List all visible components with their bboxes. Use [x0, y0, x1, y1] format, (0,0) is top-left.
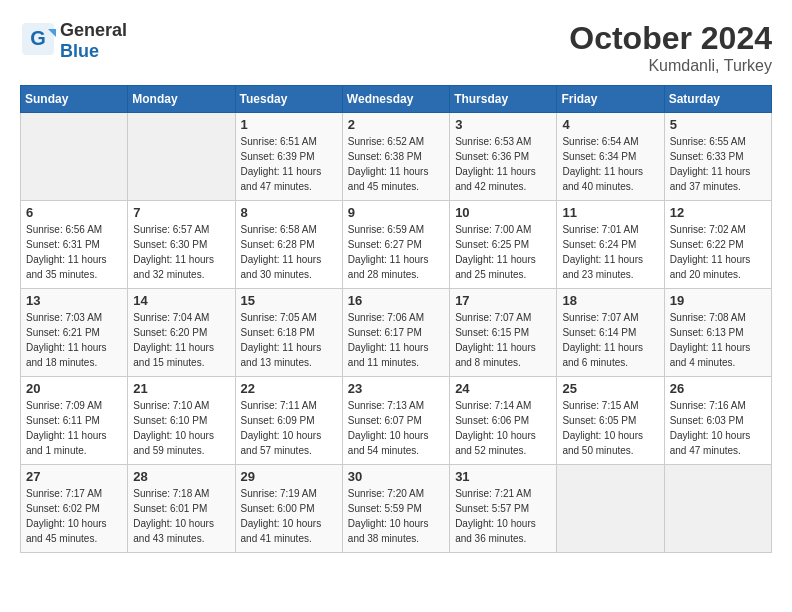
calendar-week-2: 6Sunrise: 6:56 AMSunset: 6:31 PMDaylight… — [21, 201, 772, 289]
day-number: 11 — [562, 205, 658, 220]
calendar-cell: 10Sunrise: 7:00 AMSunset: 6:25 PMDayligh… — [450, 201, 557, 289]
day-info: Sunrise: 7:01 AMSunset: 6:24 PMDaylight:… — [562, 222, 658, 282]
day-info: Sunrise: 6:54 AMSunset: 6:34 PMDaylight:… — [562, 134, 658, 194]
weekday-header-row: SundayMondayTuesdayWednesdayThursdayFrid… — [21, 86, 772, 113]
calendar-cell: 3Sunrise: 6:53 AMSunset: 6:36 PMDaylight… — [450, 113, 557, 201]
day-number: 26 — [670, 381, 766, 396]
day-number: 10 — [455, 205, 551, 220]
day-info: Sunrise: 6:57 AMSunset: 6:30 PMDaylight:… — [133, 222, 229, 282]
calendar-cell: 9Sunrise: 6:59 AMSunset: 6:27 PMDaylight… — [342, 201, 449, 289]
day-info: Sunrise: 6:59 AMSunset: 6:27 PMDaylight:… — [348, 222, 444, 282]
calendar-cell: 23Sunrise: 7:13 AMSunset: 6:07 PMDayligh… — [342, 377, 449, 465]
day-number: 30 — [348, 469, 444, 484]
day-number: 29 — [241, 469, 337, 484]
day-number: 31 — [455, 469, 551, 484]
calendar-cell: 25Sunrise: 7:15 AMSunset: 6:05 PMDayligh… — [557, 377, 664, 465]
day-number: 22 — [241, 381, 337, 396]
day-number: 25 — [562, 381, 658, 396]
day-info: Sunrise: 7:20 AMSunset: 5:59 PMDaylight:… — [348, 486, 444, 546]
day-info: Sunrise: 7:11 AMSunset: 6:09 PMDaylight:… — [241, 398, 337, 458]
calendar-cell: 2Sunrise: 6:52 AMSunset: 6:38 PMDaylight… — [342, 113, 449, 201]
calendar-cell: 24Sunrise: 7:14 AMSunset: 6:06 PMDayligh… — [450, 377, 557, 465]
day-info: Sunrise: 7:19 AMSunset: 6:00 PMDaylight:… — [241, 486, 337, 546]
calendar-cell: 12Sunrise: 7:02 AMSunset: 6:22 PMDayligh… — [664, 201, 771, 289]
day-info: Sunrise: 7:14 AMSunset: 6:06 PMDaylight:… — [455, 398, 551, 458]
day-info: Sunrise: 7:10 AMSunset: 6:10 PMDaylight:… — [133, 398, 229, 458]
day-info: Sunrise: 6:55 AMSunset: 6:33 PMDaylight:… — [670, 134, 766, 194]
weekday-header-thursday: Thursday — [450, 86, 557, 113]
day-number: 23 — [348, 381, 444, 396]
calendar-cell: 18Sunrise: 7:07 AMSunset: 6:14 PMDayligh… — [557, 289, 664, 377]
logo-text: General Blue — [60, 20, 127, 62]
calendar-cell — [21, 113, 128, 201]
day-number: 6 — [26, 205, 122, 220]
logo-mark: G — [20, 21, 56, 61]
day-number: 15 — [241, 293, 337, 308]
day-number: 1 — [241, 117, 337, 132]
day-number: 5 — [670, 117, 766, 132]
day-number: 3 — [455, 117, 551, 132]
day-info: Sunrise: 7:21 AMSunset: 5:57 PMDaylight:… — [455, 486, 551, 546]
calendar-cell — [128, 113, 235, 201]
calendar-week-1: 1Sunrise: 6:51 AMSunset: 6:39 PMDaylight… — [21, 113, 772, 201]
day-info: Sunrise: 7:00 AMSunset: 6:25 PMDaylight:… — [455, 222, 551, 282]
day-number: 16 — [348, 293, 444, 308]
day-info: Sunrise: 6:56 AMSunset: 6:31 PMDaylight:… — [26, 222, 122, 282]
day-info: Sunrise: 7:08 AMSunset: 6:13 PMDaylight:… — [670, 310, 766, 370]
calendar-cell: 20Sunrise: 7:09 AMSunset: 6:11 PMDayligh… — [21, 377, 128, 465]
calendar-cell: 29Sunrise: 7:19 AMSunset: 6:00 PMDayligh… — [235, 465, 342, 553]
day-info: Sunrise: 7:18 AMSunset: 6:01 PMDaylight:… — [133, 486, 229, 546]
calendar-cell — [664, 465, 771, 553]
calendar-cell: 31Sunrise: 7:21 AMSunset: 5:57 PMDayligh… — [450, 465, 557, 553]
calendar-cell: 27Sunrise: 7:17 AMSunset: 6:02 PMDayligh… — [21, 465, 128, 553]
calendar-cell: 6Sunrise: 6:56 AMSunset: 6:31 PMDaylight… — [21, 201, 128, 289]
calendar-cell: 4Sunrise: 6:54 AMSunset: 6:34 PMDaylight… — [557, 113, 664, 201]
day-info: Sunrise: 7:04 AMSunset: 6:20 PMDaylight:… — [133, 310, 229, 370]
location-title: Kumdanli, Turkey — [569, 57, 772, 75]
calendar-cell: 17Sunrise: 7:07 AMSunset: 6:15 PMDayligh… — [450, 289, 557, 377]
calendar-cell: 5Sunrise: 6:55 AMSunset: 6:33 PMDaylight… — [664, 113, 771, 201]
day-number: 21 — [133, 381, 229, 396]
day-number: 24 — [455, 381, 551, 396]
logo: G General Blue — [20, 20, 127, 62]
weekday-header-monday: Monday — [128, 86, 235, 113]
day-number: 7 — [133, 205, 229, 220]
day-number: 28 — [133, 469, 229, 484]
calendar-cell: 14Sunrise: 7:04 AMSunset: 6:20 PMDayligh… — [128, 289, 235, 377]
day-info: Sunrise: 7:09 AMSunset: 6:11 PMDaylight:… — [26, 398, 122, 458]
calendar-cell: 30Sunrise: 7:20 AMSunset: 5:59 PMDayligh… — [342, 465, 449, 553]
day-info: Sunrise: 7:03 AMSunset: 6:21 PMDaylight:… — [26, 310, 122, 370]
calendar-week-5: 27Sunrise: 7:17 AMSunset: 6:02 PMDayligh… — [21, 465, 772, 553]
calendar-cell: 8Sunrise: 6:58 AMSunset: 6:28 PMDaylight… — [235, 201, 342, 289]
calendar-cell: 28Sunrise: 7:18 AMSunset: 6:01 PMDayligh… — [128, 465, 235, 553]
day-info: Sunrise: 6:58 AMSunset: 6:28 PMDaylight:… — [241, 222, 337, 282]
day-info: Sunrise: 7:05 AMSunset: 6:18 PMDaylight:… — [241, 310, 337, 370]
calendar-cell: 11Sunrise: 7:01 AMSunset: 6:24 PMDayligh… — [557, 201, 664, 289]
day-info: Sunrise: 7:15 AMSunset: 6:05 PMDaylight:… — [562, 398, 658, 458]
weekday-header-wednesday: Wednesday — [342, 86, 449, 113]
calendar-week-3: 13Sunrise: 7:03 AMSunset: 6:21 PMDayligh… — [21, 289, 772, 377]
day-number: 18 — [562, 293, 658, 308]
weekday-header-tuesday: Tuesday — [235, 86, 342, 113]
weekday-header-friday: Friday — [557, 86, 664, 113]
day-number: 17 — [455, 293, 551, 308]
day-info: Sunrise: 6:51 AMSunset: 6:39 PMDaylight:… — [241, 134, 337, 194]
day-info: Sunrise: 6:53 AMSunset: 6:36 PMDaylight:… — [455, 134, 551, 194]
day-number: 14 — [133, 293, 229, 308]
calendar-cell: 21Sunrise: 7:10 AMSunset: 6:10 PMDayligh… — [128, 377, 235, 465]
calendar-cell: 16Sunrise: 7:06 AMSunset: 6:17 PMDayligh… — [342, 289, 449, 377]
day-number: 19 — [670, 293, 766, 308]
calendar-cell: 22Sunrise: 7:11 AMSunset: 6:09 PMDayligh… — [235, 377, 342, 465]
day-number: 2 — [348, 117, 444, 132]
day-info: Sunrise: 7:16 AMSunset: 6:03 PMDaylight:… — [670, 398, 766, 458]
day-info: Sunrise: 7:06 AMSunset: 6:17 PMDaylight:… — [348, 310, 444, 370]
day-info: Sunrise: 7:13 AMSunset: 6:07 PMDaylight:… — [348, 398, 444, 458]
day-number: 12 — [670, 205, 766, 220]
calendar-cell: 19Sunrise: 7:08 AMSunset: 6:13 PMDayligh… — [664, 289, 771, 377]
day-number: 8 — [241, 205, 337, 220]
calendar-cell: 1Sunrise: 6:51 AMSunset: 6:39 PMDaylight… — [235, 113, 342, 201]
logo-blue: Blue — [60, 41, 99, 61]
page-header: G General Blue October 2024 Kumdanli, Tu… — [20, 20, 772, 75]
calendar-cell — [557, 465, 664, 553]
calendar-cell: 13Sunrise: 7:03 AMSunset: 6:21 PMDayligh… — [21, 289, 128, 377]
